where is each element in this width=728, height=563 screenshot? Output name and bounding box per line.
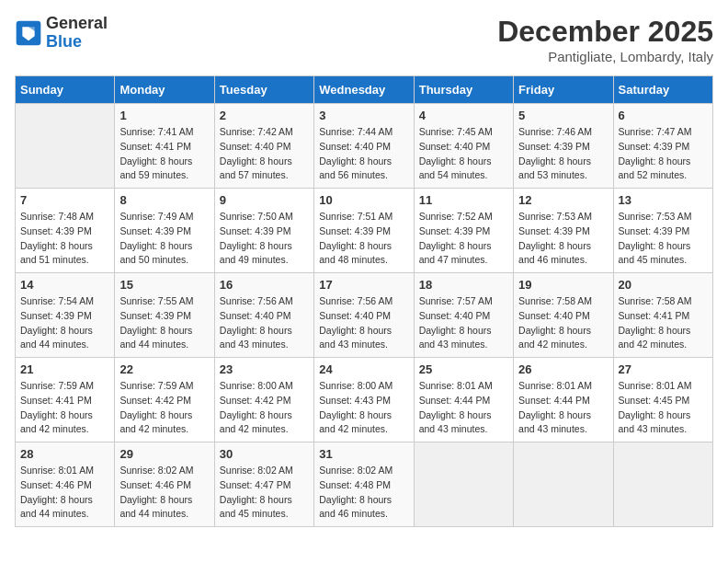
- calendar-cell: 6Sunrise: 7:47 AM Sunset: 4:39 PM Daylig…: [613, 104, 712, 189]
- calendar-cell: 8Sunrise: 7:49 AM Sunset: 4:39 PM Daylig…: [115, 189, 214, 273]
- calendar-week-row: 28Sunrise: 8:01 AM Sunset: 4:46 PM Dayli…: [16, 442, 713, 527]
- logo: General Blue: [15, 15, 108, 52]
- calendar-cell: 30Sunrise: 8:02 AM Sunset: 4:47 PM Dayli…: [214, 442, 313, 527]
- calendar-week-row: 21Sunrise: 7:59 AM Sunset: 4:41 PM Dayli…: [16, 358, 713, 442]
- weekday-header: Thursday: [414, 76, 513, 104]
- weekday-header: Saturday: [613, 76, 712, 104]
- day-number: 24: [319, 362, 408, 376]
- day-number: 14: [20, 278, 109, 292]
- calendar-cell: 28Sunrise: 8:01 AM Sunset: 4:46 PM Dayli…: [16, 442, 115, 527]
- day-info: Sunrise: 7:44 AM Sunset: 4:40 PM Dayligh…: [319, 125, 408, 183]
- calendar-cell: 15Sunrise: 7:55 AM Sunset: 4:39 PM Dayli…: [115, 273, 214, 358]
- day-info: Sunrise: 8:01 AM Sunset: 4:44 PM Dayligh…: [518, 379, 608, 437]
- calendar-cell: 13Sunrise: 7:53 AM Sunset: 4:39 PM Dayli…: [613, 189, 712, 273]
- day-info: Sunrise: 8:00 AM Sunset: 4:43 PM Dayligh…: [319, 379, 408, 437]
- day-number: 5: [518, 109, 608, 122]
- day-info: Sunrise: 7:53 AM Sunset: 4:39 PM Dayligh…: [518, 210, 608, 268]
- day-number: 2: [220, 109, 309, 122]
- calendar-cell: 23Sunrise: 8:00 AM Sunset: 4:42 PM Dayli…: [214, 358, 313, 442]
- day-info: Sunrise: 8:01 AM Sunset: 4:45 PM Dayligh…: [619, 379, 708, 437]
- day-info: Sunrise: 8:00 AM Sunset: 4:42 PM Dayligh…: [220, 379, 309, 437]
- day-info: Sunrise: 7:55 AM Sunset: 4:39 PM Dayligh…: [119, 294, 209, 352]
- day-number: 9: [220, 193, 309, 207]
- calendar-cell: 5Sunrise: 7:46 AM Sunset: 4:39 PM Daylig…: [514, 104, 613, 189]
- title-block: December 2025 Pantigliate, Lombardy, Ita…: [497, 15, 713, 64]
- day-number: 29: [119, 447, 209, 461]
- header-row: SundayMondayTuesdayWednesdayThursdayFrid…: [16, 76, 713, 104]
- day-info: Sunrise: 8:02 AM Sunset: 4:48 PM Dayligh…: [319, 464, 408, 522]
- month-title: December 2025: [497, 15, 713, 49]
- day-info: Sunrise: 7:42 AM Sunset: 4:40 PM Dayligh…: [220, 125, 309, 183]
- day-info: Sunrise: 7:51 AM Sunset: 4:39 PM Dayligh…: [319, 210, 408, 268]
- calendar-cell: [613, 442, 712, 527]
- calendar-cell: [414, 442, 513, 527]
- day-info: Sunrise: 7:41 AM Sunset: 4:41 PM Dayligh…: [119, 125, 209, 183]
- calendar-cell: 27Sunrise: 8:01 AM Sunset: 4:45 PM Dayli…: [613, 358, 712, 442]
- calendar-week-row: 1Sunrise: 7:41 AM Sunset: 4:41 PM Daylig…: [16, 104, 713, 189]
- day-info: Sunrise: 7:59 AM Sunset: 4:42 PM Dayligh…: [119, 379, 209, 437]
- day-info: Sunrise: 7:56 AM Sunset: 4:40 PM Dayligh…: [220, 294, 309, 352]
- calendar-cell: 9Sunrise: 7:50 AM Sunset: 4:39 PM Daylig…: [214, 189, 313, 273]
- page-header: General Blue December 2025 Pantigliate, …: [15, 15, 713, 64]
- day-info: Sunrise: 7:47 AM Sunset: 4:39 PM Dayligh…: [619, 125, 708, 183]
- weekday-header: Tuesday: [214, 76, 313, 104]
- calendar-cell: 29Sunrise: 8:02 AM Sunset: 4:46 PM Dayli…: [115, 442, 214, 527]
- day-number: 3: [319, 109, 408, 122]
- calendar-week-row: 7Sunrise: 7:48 AM Sunset: 4:39 PM Daylig…: [16, 189, 713, 273]
- day-info: Sunrise: 7:45 AM Sunset: 4:40 PM Dayligh…: [419, 125, 508, 183]
- day-number: 28: [20, 447, 109, 461]
- day-number: 30: [220, 447, 309, 461]
- day-number: 8: [119, 193, 209, 207]
- calendar-cell: 14Sunrise: 7:54 AM Sunset: 4:39 PM Dayli…: [16, 273, 115, 358]
- day-info: Sunrise: 7:50 AM Sunset: 4:39 PM Dayligh…: [220, 210, 309, 268]
- day-info: Sunrise: 7:58 AM Sunset: 4:41 PM Dayligh…: [619, 294, 708, 352]
- day-number: 17: [319, 278, 408, 292]
- calendar-cell: 18Sunrise: 7:57 AM Sunset: 4:40 PM Dayli…: [414, 273, 513, 358]
- location: Pantigliate, Lombardy, Italy: [497, 49, 713, 64]
- day-number: 6: [619, 109, 708, 122]
- calendar-cell: 1Sunrise: 7:41 AM Sunset: 4:41 PM Daylig…: [115, 104, 214, 189]
- day-number: 31: [319, 447, 408, 461]
- calendar-cell: 21Sunrise: 7:59 AM Sunset: 4:41 PM Dayli…: [16, 358, 115, 442]
- calendar-cell: 22Sunrise: 7:59 AM Sunset: 4:42 PM Dayli…: [115, 358, 214, 442]
- day-info: Sunrise: 7:49 AM Sunset: 4:39 PM Dayligh…: [119, 210, 209, 268]
- logo-line1: General: [46, 15, 108, 33]
- day-info: Sunrise: 7:57 AM Sunset: 4:40 PM Dayligh…: [419, 294, 508, 352]
- calendar-cell: 3Sunrise: 7:44 AM Sunset: 4:40 PM Daylig…: [314, 104, 414, 189]
- weekday-header: Sunday: [16, 76, 115, 104]
- day-number: 12: [518, 193, 608, 207]
- day-number: 27: [619, 362, 708, 376]
- calendar-cell: 19Sunrise: 7:58 AM Sunset: 4:40 PM Dayli…: [514, 273, 613, 358]
- day-info: Sunrise: 8:01 AM Sunset: 4:44 PM Dayligh…: [419, 379, 508, 437]
- calendar-cell: [16, 104, 115, 189]
- day-number: 10: [319, 193, 408, 207]
- day-info: Sunrise: 7:53 AM Sunset: 4:39 PM Dayligh…: [619, 210, 708, 268]
- day-number: 19: [518, 278, 608, 292]
- day-number: 23: [220, 362, 309, 376]
- day-number: 1: [119, 109, 209, 122]
- day-number: 15: [119, 278, 209, 292]
- calendar-cell: 12Sunrise: 7:53 AM Sunset: 4:39 PM Dayli…: [514, 189, 613, 273]
- day-info: Sunrise: 7:52 AM Sunset: 4:39 PM Dayligh…: [419, 210, 508, 268]
- calendar-week-row: 14Sunrise: 7:54 AM Sunset: 4:39 PM Dayli…: [16, 273, 713, 358]
- calendar-cell: 7Sunrise: 7:48 AM Sunset: 4:39 PM Daylig…: [16, 189, 115, 273]
- day-info: Sunrise: 8:02 AM Sunset: 4:46 PM Dayligh…: [119, 464, 209, 522]
- calendar-cell: 10Sunrise: 7:51 AM Sunset: 4:39 PM Dayli…: [314, 189, 414, 273]
- day-number: 21: [20, 362, 109, 376]
- logo-icon: [15, 19, 42, 47]
- day-info: Sunrise: 7:48 AM Sunset: 4:39 PM Dayligh…: [20, 210, 109, 268]
- calendar-cell: 20Sunrise: 7:58 AM Sunset: 4:41 PM Dayli…: [613, 273, 712, 358]
- day-number: 22: [119, 362, 209, 376]
- day-number: 4: [419, 109, 508, 122]
- calendar-cell: 2Sunrise: 7:42 AM Sunset: 4:40 PM Daylig…: [214, 104, 313, 189]
- day-number: 16: [220, 278, 309, 292]
- weekday-header: Friday: [514, 76, 613, 104]
- calendar-cell: [514, 442, 613, 527]
- calendar-cell: 11Sunrise: 7:52 AM Sunset: 4:39 PM Dayli…: [414, 189, 513, 273]
- weekday-header: Monday: [115, 76, 214, 104]
- calendar-cell: 26Sunrise: 8:01 AM Sunset: 4:44 PM Dayli…: [514, 358, 613, 442]
- day-number: 20: [619, 278, 708, 292]
- day-info: Sunrise: 7:54 AM Sunset: 4:39 PM Dayligh…: [20, 294, 109, 352]
- day-info: Sunrise: 8:02 AM Sunset: 4:47 PM Dayligh…: [220, 464, 309, 522]
- calendar-cell: 16Sunrise: 7:56 AM Sunset: 4:40 PM Dayli…: [214, 273, 313, 358]
